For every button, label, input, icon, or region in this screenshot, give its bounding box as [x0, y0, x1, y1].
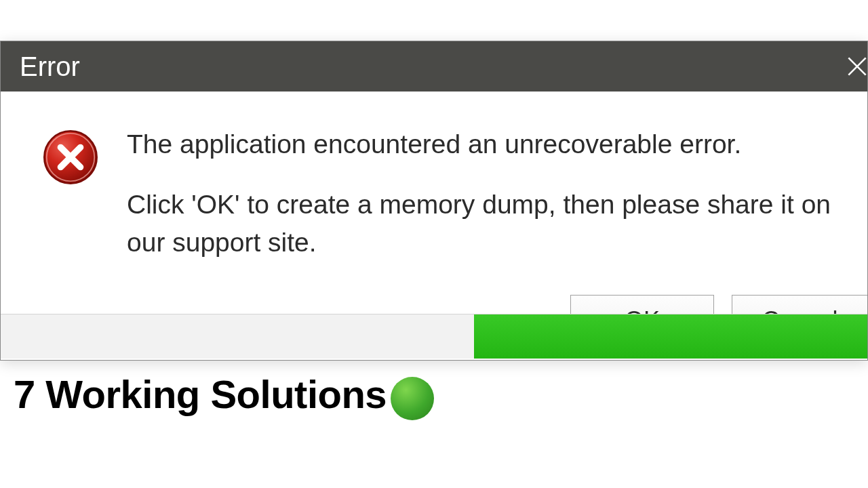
- overlay-caption: 7 Working Solutions: [14, 371, 434, 417]
- dialog-message: The application encountered an unrecover…: [127, 125, 840, 262]
- dialog-content: The application encountered an unrecover…: [1, 92, 867, 287]
- titlebar: Error: [1, 41, 867, 92]
- message-line-2: Click 'OK' to create a memory dump, then…: [127, 186, 840, 262]
- progress-fill: [474, 314, 867, 359]
- error-dialog: Error: [0, 41, 868, 361]
- message-line-1: The application encountered an unrecover…: [127, 125, 840, 164]
- progress-bar: [1, 314, 867, 359]
- close-icon: [844, 54, 867, 79]
- error-icon: [41, 128, 100, 186]
- green-dot-icon: [391, 377, 434, 420]
- overlay-caption-text: 7 Working Solutions: [14, 371, 387, 417]
- error-icon-container: [28, 125, 100, 189]
- close-button[interactable]: [827, 41, 867, 92]
- dialog-title: Error: [20, 52, 80, 82]
